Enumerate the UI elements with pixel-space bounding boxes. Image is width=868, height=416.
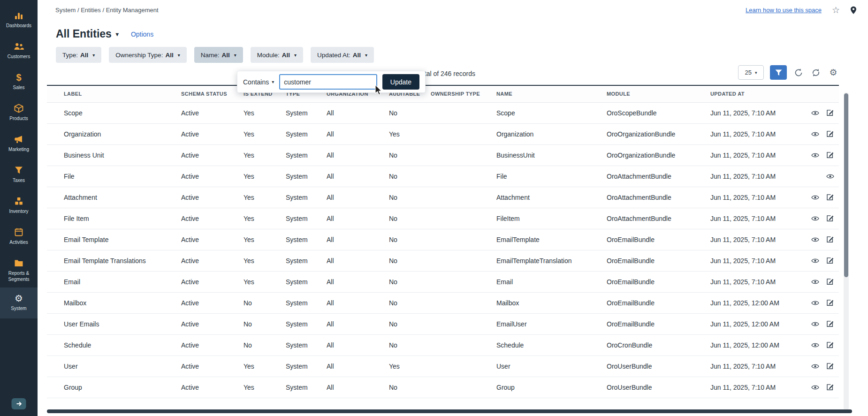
header-module[interactable]: MODULE: [607, 85, 710, 102]
edit-icon[interactable]: [825, 213, 835, 224]
learn-link[interactable]: Learn how to use this space: [746, 7, 822, 14]
edit-icon[interactable]: [825, 319, 835, 329]
sidebar-item-label: System: [11, 306, 26, 312]
cell-ownership_type: [431, 187, 496, 208]
table-row[interactable]: Business UnitActiveYesSystemAllNoBusines…: [47, 144, 839, 166]
refresh-button[interactable]: [793, 67, 804, 78]
vertical-scrollbar-thumb[interactable]: [844, 93, 848, 277]
grid-settings-button[interactable]: ⚙: [828, 67, 839, 78]
cell-type: System: [286, 187, 327, 208]
cell-schema_status: Active: [181, 166, 244, 187]
table-row[interactable]: ScheduleActiveNoSystemAllNoScheduleOroCr…: [47, 334, 839, 355]
sidebar-item-sales[interactable]: $ Sales: [0, 67, 38, 98]
header-name[interactable]: NAME: [496, 85, 607, 102]
filter-chip-updated-at[interactable]: Updated At: All ▾: [311, 47, 374, 63]
view-icon[interactable]: [810, 340, 820, 350]
filter-chip-module[interactable]: Module: All ▾: [251, 47, 303, 63]
star-icon[interactable]: ☆: [832, 6, 840, 15]
edit-icon[interactable]: [825, 256, 835, 266]
view-icon[interactable]: [810, 277, 820, 287]
sidebar-expand-button[interactable]: [12, 398, 26, 409]
edit-icon[interactable]: [825, 192, 835, 203]
view-icon[interactable]: [810, 361, 820, 371]
sidebar-item-marketing[interactable]: Marketing: [0, 129, 38, 159]
table-row[interactable]: EmailActiveYesSystemAllNoEmailOroEmailBu…: [47, 271, 839, 292]
cell-type: System: [286, 229, 327, 250]
filter-chip-name[interactable]: Name: All ▾: [194, 47, 243, 63]
view-icon[interactable]: [810, 129, 820, 139]
view-icon[interactable]: [810, 150, 820, 160]
cell-name: Mailbox: [496, 292, 607, 313]
header-label[interactable]: LABEL: [47, 85, 181, 102]
sidebar-item-activities[interactable]: Activities: [0, 221, 38, 252]
view-icon[interactable]: [810, 319, 820, 329]
chip-label: Updated At:: [317, 52, 350, 59]
table-row[interactable]: UserActiveYesSystemAllYesUserOroUserBund…: [47, 355, 839, 377]
page-size-select[interactable]: 25 ▾: [738, 65, 764, 80]
sidebar-item-taxes[interactable]: Taxes: [0, 159, 38, 190]
table-row[interactable]: GroupActiveYesSystemAllNoGroupOroUserBun…: [47, 377, 839, 398]
table-row[interactable]: User EmailsActiveNoSystemAllNoEmailUserO…: [47, 313, 839, 334]
sidebar-item-system[interactable]: ⚙ System: [0, 287, 38, 318]
name-filter-popup: Contains ▾ Update: [237, 71, 426, 93]
edit-icon[interactable]: [825, 234, 835, 245]
table-row[interactable]: FileActiveYesSystemAllNoFileOroAttachmen…: [47, 166, 839, 187]
cell-name: User: [496, 355, 607, 377]
cell-auditable: No: [389, 187, 431, 208]
pin-icon[interactable]: [850, 6, 857, 15]
table-row[interactable]: OrganizationActiveYesSystemAllYesOrganiz…: [47, 123, 839, 144]
table-row[interactable]: AttachmentActiveYesSystemAllNoAttachment…: [47, 187, 839, 208]
cell-module: OroUserBundle: [607, 355, 710, 377]
header-schema-status[interactable]: SCHEMA STATUS: [181, 85, 244, 102]
cell-module: OroEmailBundle: [607, 313, 710, 334]
edit-icon[interactable]: [825, 277, 835, 287]
view-icon[interactable]: [810, 192, 820, 203]
edit-icon[interactable]: [825, 382, 835, 393]
table-row[interactable]: Email Template TranslationsActiveYesSyst…: [47, 250, 839, 271]
update-button[interactable]: Update: [382, 74, 419, 90]
cell-module: OroAttachmentBundle: [607, 208, 710, 229]
view-icon[interactable]: [825, 171, 835, 182]
cell-type: System: [286, 271, 327, 292]
table-row[interactable]: MailboxActiveNoSystemAllNoMailboxOroEmai…: [47, 292, 839, 313]
vertical-scrollbar[interactable]: [844, 92, 849, 410]
view-icon[interactable]: [810, 298, 820, 308]
sidebar-item-dashboards[interactable]: Dashboards: [0, 5, 38, 36]
edit-icon[interactable]: [825, 150, 835, 160]
row-actions: [802, 208, 839, 229]
view-icon[interactable]: [810, 213, 820, 224]
options-link[interactable]: Options: [131, 30, 153, 38]
view-icon[interactable]: [810, 382, 820, 393]
filter-chip-type[interactable]: Type: All ▾: [56, 47, 101, 63]
sidebar-item-products[interactable]: Products: [0, 98, 38, 129]
filter-value-input[interactable]: [279, 74, 377, 90]
chip-label: Type:: [62, 52, 78, 59]
filter-toggle-button[interactable]: [770, 65, 787, 80]
cell-organization: All: [327, 102, 389, 123]
sidebar-item-reports-segments[interactable]: Reports & Segments: [0, 252, 38, 287]
cell-label: Email Template Translations: [47, 250, 181, 271]
edit-icon[interactable]: [825, 340, 835, 350]
header-updated-at[interactable]: UPDATED AT: [710, 85, 802, 102]
edit-icon[interactable]: [825, 129, 835, 139]
filter-chip-ownership-type[interactable]: Ownership Type: All ▾: [109, 47, 186, 63]
page-title[interactable]: All Entities ▾: [56, 28, 119, 40]
table-row[interactable]: ScopeActiveYesSystemAllNoScopeOroScopeBu…: [47, 102, 839, 123]
header-ownership-type[interactable]: OWNERSHIP TYPE: [431, 85, 496, 102]
cell-type: System: [286, 123, 327, 144]
table-row[interactable]: Email TemplateActiveYesSystemAllNoEmailT…: [47, 229, 839, 250]
table-row[interactable]: File ItemActiveYesSystemAllNoFileItemOro…: [47, 208, 839, 229]
horizontal-scrollbar-thumb[interactable]: [47, 409, 852, 413]
sidebar-item-customers[interactable]: Customers: [0, 36, 38, 67]
edit-icon[interactable]: [825, 361, 835, 371]
cell-schema_status: Active: [181, 102, 244, 123]
sidebar-item-inventory[interactable]: Inventory: [0, 190, 38, 221]
operator-select[interactable]: Contains ▾: [243, 78, 274, 86]
view-icon[interactable]: [810, 108, 820, 118]
reset-button[interactable]: [810, 67, 822, 78]
cell-type: System: [286, 208, 327, 229]
edit-icon[interactable]: [825, 108, 835, 118]
view-icon[interactable]: [810, 256, 820, 266]
edit-icon[interactable]: [825, 298, 835, 308]
view-icon[interactable]: [810, 234, 820, 245]
